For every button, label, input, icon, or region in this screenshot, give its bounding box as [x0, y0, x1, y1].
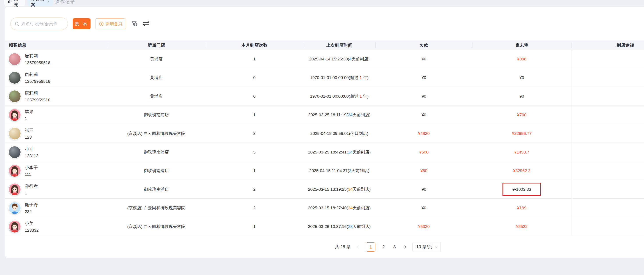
customer-name: 小寸	[25, 146, 38, 152]
table-header-row: 顾客信息所属门店本月到店次数上次到店时间欠款累未耗到店途径	[5, 40, 644, 50]
customer-cell[interactable]: 小李子111	[5, 164, 107, 177]
avatar	[8, 146, 21, 158]
customer-name: 小美	[25, 220, 38, 226]
column-header-0: 顾客信息	[5, 40, 107, 50]
customer-list-card: 搜 索 新增會員 顾客信息所属门店本月到店次数上次到店时间欠款累未耗到店途径	[5, 6, 644, 258]
customer-cell[interactable]: 小美123332	[5, 220, 107, 233]
filter-funnel-icon[interactable]	[131, 20, 138, 28]
debt-cell: ¥0	[376, 57, 472, 62]
customer-card-number: 123	[25, 135, 34, 140]
chevron-down-icon	[434, 245, 438, 249]
page-size-select[interactable]: 10 条/页	[412, 242, 441, 252]
customer-cell[interactable]: 张三123	[5, 127, 107, 140]
debt-cell: ¥500	[376, 150, 472, 154]
unconsumed-value: ¥-1003.33	[502, 183, 541, 196]
avatar-photo	[9, 72, 20, 84]
table-row-5[interactable]: 张三123(京溪店) 白云同和御玫瑰美容院32025-04-18 09:58:0…	[5, 124, 644, 143]
last-visit-cell: 2025-03-15 18:19:25(34天前到店)	[303, 186, 376, 192]
add-member-button[interactable]: 新增會員	[95, 18, 126, 29]
unconsumed-value: ¥32962.2	[513, 168, 530, 173]
customer-cell[interactable]: 孙行者1	[5, 183, 107, 196]
customer-name: 苹果	[25, 109, 34, 115]
search-icon	[14, 21, 20, 26]
page-number-2[interactable]: 2	[381, 244, 386, 250]
table-row-10[interactable]: 小美123332(京溪店) 白云同和御玫瑰美容院12025-03-26 10:3…	[5, 217, 644, 236]
page-size-label: 10 条/页	[416, 244, 432, 250]
unconsumed-cell: ¥1453.7	[472, 150, 571, 154]
unconsumed-cell: ¥0	[472, 94, 571, 99]
page-number-1[interactable]: 1	[366, 242, 375, 252]
avatar	[8, 202, 21, 214]
unconsumed-value: ¥22856.77	[512, 131, 532, 136]
store-cell: 御玫瑰南浦店	[107, 186, 206, 192]
table-row-1[interactable]: 唐莉莉13579959516黄埔店12025-04-14 15:25:30(4天…	[5, 50, 644, 68]
page-number-3[interactable]: 3	[392, 244, 397, 250]
last-visit-cell: 1970-01-01 00:00:00(超过 1 年)	[303, 75, 376, 80]
table-row-8[interactable]: 孙行者1御玫瑰南浦店22025-03-15 18:19:25(34天前到店)¥0…	[5, 180, 644, 198]
add-member-label: 新增會員	[106, 21, 122, 27]
customer-cell[interactable]: 唐莉莉13579959516	[5, 72, 107, 84]
last-visit-cell: 2025-04-14 15:25:30(4天前到店)	[303, 56, 376, 62]
debt-cell: ¥0	[376, 187, 472, 192]
customer-cell[interactable]: 甄子丹232	[5, 202, 107, 214]
prev-page-chevron-icon[interactable]	[356, 245, 360, 249]
search-input[interactable]	[22, 22, 66, 26]
customer-cell[interactable]: 小寸123112	[5, 146, 107, 158]
unconsumed-cell: ¥199	[472, 206, 571, 210]
table-row-6[interactable]: 小寸123112御玫瑰南浦店52025-03-25 18:42:41(24天前到…	[5, 143, 644, 161]
tab-customer-archive[interactable]: 顾客档案 ×	[28, 0, 53, 6]
close-icon[interactable]: ×	[47, 0, 49, 4]
bar-chart-icon	[8, 0, 12, 4]
column-header-6: 到店途径	[571, 40, 644, 50]
avatar	[8, 72, 21, 84]
visit-path-cell	[571, 198, 644, 217]
avatar-cartoon	[9, 202, 20, 214]
customer-cell[interactable]: 苹果1	[5, 108, 107, 121]
customer-card-number: 13579959516	[25, 98, 50, 102]
last-visit-cell: 2025-03-15 18:27:40(34天前到店)	[303, 205, 376, 211]
visit-path-cell	[571, 68, 644, 87]
avatar	[8, 53, 21, 66]
table-row-9[interactable]: 甄子丹232(京溪店) 白云同和御玫瑰美容院22025-03-15 18:27:…	[5, 198, 644, 217]
unconsumed-cell: ¥-1003.33	[472, 183, 571, 196]
avatar-photo	[9, 90, 20, 102]
table-row-3[interactable]: 唐莉莉13579959516黄埔店01970-01-01 00:00:00(超过…	[5, 87, 644, 106]
visit-path-cell	[571, 161, 644, 180]
swap-arrows-icon[interactable]	[142, 20, 150, 28]
customer-name: 甄子丹	[25, 202, 38, 208]
store-cell: 黄埔店	[107, 56, 206, 62]
customer-card-number: 13579959516	[25, 60, 50, 65]
avatar-cartoon	[9, 165, 20, 177]
customer-card-number: 232	[25, 209, 38, 214]
store-cell: 黄埔店	[107, 94, 206, 99]
tab-statistics[interactable]: 数据统计	[4, 0, 25, 6]
unconsumed-value: ¥398	[517, 57, 526, 61]
table-row-4[interactable]: 苹果1御玫瑰南浦店12025-03-25 18:11:19(24天前到店)¥0¥…	[5, 106, 644, 124]
table-body: 唐莉莉13579959516黄埔店12025-04-14 15:25:30(4天…	[5, 50, 644, 236]
customer-cell[interactable]: 唐莉莉13579959516	[5, 53, 107, 66]
last-visit-cell: 2025-04-18 09:58:01(今日到店)	[303, 131, 376, 136]
customer-card-number: 1	[25, 191, 38, 196]
next-page-chevron-icon[interactable]	[403, 245, 407, 249]
customer-name: 唐莉莉	[25, 90, 50, 96]
avatar-photo	[9, 128, 20, 140]
unconsumed-value: ¥1453.7	[514, 150, 530, 154]
avatar-photo	[9, 53, 20, 65]
table-row-2[interactable]: 唐莉莉13579959516黄埔店01970-01-01 00:00:00(超过…	[5, 68, 644, 87]
debt-cell: ¥0	[376, 206, 472, 210]
avatar-cartoon	[9, 184, 20, 195]
customer-name: 唐莉莉	[25, 72, 50, 78]
visit-path-cell	[571, 124, 644, 143]
customer-name: 唐莉莉	[25, 53, 50, 59]
customer-cell[interactable]: 唐莉莉13579959516	[5, 90, 107, 103]
pagination: 共 28 条 123 10 条/页	[5, 236, 644, 258]
unconsumed-cell: ¥32962.2	[472, 168, 571, 173]
visits-cell: 1	[206, 224, 303, 229]
search-field[interactable]	[10, 18, 68, 30]
column-header-2: 本月到店次数	[206, 40, 303, 50]
search-button[interactable]: 搜 索	[73, 18, 90, 29]
visit-path-cell	[571, 50, 644, 68]
customer-card-number: 1	[25, 116, 34, 121]
table-row-7[interactable]: 小李子111御玫瑰南浦店12025-04-15 11:04:37(3天前到店)¥…	[5, 161, 644, 180]
unconsumed-value: ¥0	[519, 94, 524, 98]
